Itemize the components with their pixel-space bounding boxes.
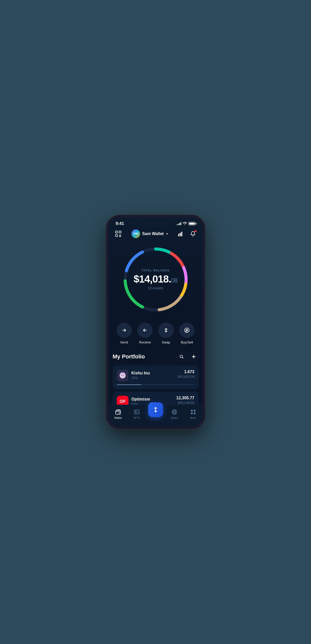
svg-rect-48 <box>191 412 193 414</box>
svg-rect-38 <box>119 412 120 414</box>
account-selector[interactable]: SW Sam Wallet ▾ <box>132 229 168 238</box>
nav-wallet[interactable]: Wallet <box>109 409 127 419</box>
svg-rect-39 <box>135 410 139 414</box>
svg-rect-1 <box>119 231 121 233</box>
avatar: SW <box>132 229 140 238</box>
nav-web3[interactable]: Web3 <box>165 409 184 419</box>
notch <box>140 218 172 227</box>
buysell-button[interactable]: $ Buy/Sell <box>179 323 194 344</box>
bell-icon[interactable] <box>189 229 197 238</box>
svg-line-24 <box>182 357 183 358</box>
send-button[interactable]: Send <box>117 323 132 344</box>
kishu-name: Kishu Inu <box>132 371 150 375</box>
nav-center[interactable] <box>146 402 165 421</box>
phone-inner: 9:41 <box>109 218 203 427</box>
svg-point-31 <box>121 375 124 377</box>
portfolio-title: My Portfolio <box>113 353 145 360</box>
account-name: Sam Wallet <box>142 232 164 236</box>
nfts-icon <box>134 409 140 415</box>
portfolio-search-button[interactable] <box>177 352 186 361</box>
svg-rect-46 <box>191 410 193 411</box>
svg-point-40 <box>135 411 136 412</box>
svg-rect-37 <box>116 411 121 414</box>
portfolio-header: My Portfolio <box>113 352 199 361</box>
chart-icon[interactable] <box>176 229 185 238</box>
chevron-down-icon: ▾ <box>166 232 168 236</box>
header-actions <box>176 229 197 238</box>
kishu-percent: 32% <box>132 376 150 380</box>
nav-nfts-label: NFTs <box>134 416 140 419</box>
more-icon <box>190 409 197 415</box>
swap-center-button[interactable] <box>148 402 163 417</box>
balance-cents: 08 <box>171 277 177 284</box>
send-label: Send <box>120 340 128 344</box>
bottom-nav: Wallet NFTs <box>109 405 203 427</box>
header: SW Sam Wallet ▾ <box>109 226 203 241</box>
nav-nfts[interactable]: NFTs <box>127 409 146 419</box>
portfolio-add-button[interactable] <box>189 352 199 361</box>
swap-icon <box>158 323 174 338</box>
nav-more-label: More <box>190 416 196 419</box>
balance-amount: $14,018.08 <box>134 274 177 284</box>
svg-point-34 <box>122 376 123 377</box>
kishu-progress-bar <box>117 384 194 385</box>
notification-badge <box>194 230 197 233</box>
svg-rect-49 <box>194 412 195 414</box>
svg-point-32 <box>121 375 122 376</box>
portfolio-actions <box>177 352 199 361</box>
buysell-icon: $ <box>179 323 194 338</box>
svg-point-23 <box>180 355 183 358</box>
action-buttons: Send Receive <box>109 320 203 352</box>
svg-rect-0 <box>116 231 118 233</box>
buysell-label: Buy/Sell <box>181 340 193 344</box>
op-usd: $42,149.56 <box>176 401 194 405</box>
total-balance-label: TOTAL BALANCE <box>134 269 177 272</box>
phone-frame: 9:41 <box>106 215 205 429</box>
assets-count: 12 Assets <box>134 286 177 290</box>
wallet-icon <box>115 409 121 415</box>
op-name: Optimism <box>132 397 150 402</box>
balance-main: $14,018. <box>134 273 171 285</box>
send-icon <box>117 323 132 338</box>
wifi-icon <box>183 222 187 226</box>
svg-rect-9 <box>181 232 182 236</box>
swap-button[interactable]: Swap <box>158 323 174 344</box>
kishu-usd: $43,003.34 <box>178 375 194 378</box>
kishu-quantity: 1.673 <box>178 370 194 374</box>
receive-label: Receive <box>139 340 151 344</box>
nav-more[interactable]: More <box>184 409 203 419</box>
nav-wallet-label: Wallet <box>114 416 122 419</box>
status-icons <box>177 222 195 226</box>
asset-card-kishu[interactable]: Kishu Inu 32% 1.673 $43,003.34 <box>113 366 199 389</box>
balance-section: TOTAL BALANCE $14,018.08 12 Assets <box>109 241 203 320</box>
scan-icon[interactable] <box>114 229 123 238</box>
battery-icon <box>188 222 195 225</box>
kishu-icon <box>118 371 127 380</box>
web3-icon <box>171 409 178 415</box>
receive-button[interactable]: Receive <box>137 323 153 344</box>
status-time: 9:41 <box>116 221 124 226</box>
receive-icon <box>137 323 153 338</box>
balance-ring: TOTAL BALANCE $14,018.08 12 Assets <box>120 244 191 315</box>
signal-bars-icon <box>177 222 181 225</box>
svg-rect-7 <box>178 234 179 236</box>
op-quantity: 12,305.77 <box>176 396 194 400</box>
svg-rect-2 <box>116 235 118 237</box>
svg-rect-8 <box>180 233 181 236</box>
kishu-progress-fill <box>117 384 142 385</box>
ring-center: TOTAL BALANCE $14,018.08 12 Assets <box>134 269 177 290</box>
svg-point-33 <box>123 375 124 376</box>
svg-rect-47 <box>194 410 195 411</box>
nav-web3-label: Web3 <box>171 416 178 419</box>
swap-label: Swap <box>162 340 170 344</box>
kishu-logo <box>117 370 128 381</box>
svg-point-42 <box>172 410 177 414</box>
svg-point-43 <box>173 410 175 414</box>
